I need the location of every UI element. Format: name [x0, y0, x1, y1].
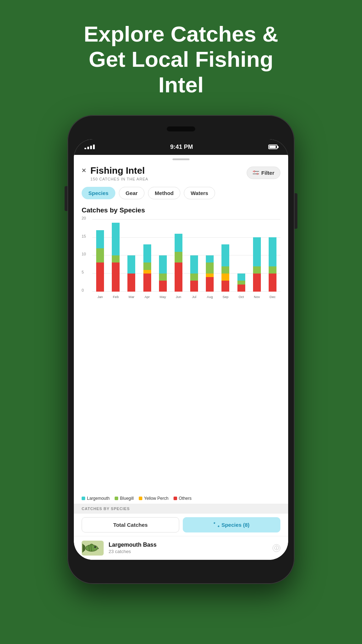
- signal-icon: [84, 145, 95, 149]
- total-catches-label: Total Catches: [113, 522, 148, 528]
- bar-segment-largemouth: [206, 255, 214, 263]
- legend-dot-others: [174, 497, 177, 500]
- bar-x-label: Apr: [144, 295, 150, 299]
- bar-group-jun: Jun: [171, 219, 186, 292]
- bar-x-label: Jun: [176, 295, 181, 299]
- tab-waters[interactable]: Waters: [184, 187, 215, 199]
- fish-image: [82, 541, 104, 556]
- signal-bar-4: [93, 145, 95, 149]
- header-title-block: Fishing Intel 150 CATCHES IN THE AREA: [90, 165, 148, 181]
- bars-area: JanFebMarAprMayJunJulAugSepOctNovDec: [92, 219, 280, 292]
- tab-species[interactable]: Species: [82, 187, 115, 199]
- svg-marker-8: [82, 543, 85, 553]
- signal-bar-3: [90, 146, 92, 149]
- close-button[interactable]: ×: [82, 165, 86, 175]
- bar-segment-others: [269, 274, 276, 292]
- total-catches-tab[interactable]: Total Catches: [82, 517, 179, 532]
- bar-segment-bluegill: [112, 255, 120, 263]
- legend-dot-bluegill: [115, 497, 118, 500]
- bar-x-label: Jan: [97, 295, 103, 299]
- bar-x-label: Jul: [192, 295, 196, 299]
- sort-icon: [214, 522, 219, 527]
- tab-method[interactable]: Method: [148, 187, 180, 199]
- legend-others: Others: [174, 496, 192, 501]
- bar-group-sep: Sep: [218, 219, 233, 292]
- bar-segment-bluegill: [175, 252, 182, 263]
- bar-segment-bluegill: [237, 281, 245, 284]
- bar-segment-bluegill: [206, 263, 214, 274]
- bar-segment-largemouth: [96, 230, 104, 248]
- filter-button[interactable]: Filter: [247, 167, 280, 179]
- info-button[interactable]: ⓘ: [273, 544, 280, 552]
- app-content: × Fishing Intel 150 CATCHES IN THE AREA: [74, 155, 288, 560]
- bar-segment-others: [96, 263, 104, 292]
- bar-segment-bluegill: [253, 266, 261, 274]
- bar-segment-bluegill: [269, 266, 276, 274]
- app-header: × Fishing Intel 150 CATCHES IN THE AREA: [74, 160, 288, 185]
- legend-label-others: Others: [179, 496, 192, 501]
- bar-group-apr: Apr: [139, 219, 155, 292]
- bar-segment-bluegill: [221, 266, 229, 274]
- bar-group-oct: Oct: [234, 219, 249, 292]
- catches-subtitle: 150 CATCHES IN THE AREA: [90, 177, 148, 181]
- phone-shell: 9:41 PM × Fishing Intel 150 CATCH: [67, 115, 295, 584]
- bar-segment-largemouth: [159, 255, 167, 274]
- chart-legend: Largemouth Bluegill Yellow Perch Others: [74, 492, 288, 504]
- bar-group-feb: Feb: [108, 219, 124, 292]
- bar-segment-largemouth: [237, 274, 245, 281]
- legend-dot-yellow-perch: [139, 497, 142, 500]
- bar-x-label: Dec: [270, 295, 276, 299]
- fish-name: Largemouth Bass: [109, 542, 268, 548]
- filter-icon: [253, 170, 259, 175]
- status-right: [268, 145, 278, 149]
- bar-group-dec: Dec: [265, 219, 280, 292]
- bar-x-label: Oct: [238, 295, 244, 299]
- bar-segment-bluegill: [159, 274, 167, 281]
- phone-earpiece: [167, 126, 195, 131]
- chart-title: Catches by Species: [82, 206, 280, 214]
- bar-segment-others: [127, 274, 135, 292]
- phone-screen: 9:41 PM × Fishing Intel 150 CATCH: [74, 139, 288, 560]
- bar-segment-others: [190, 281, 198, 292]
- bar-x-label: Aug: [207, 295, 213, 299]
- bar-segment-largemouth: [175, 234, 182, 252]
- tab-gear[interactable]: Gear: [119, 187, 144, 199]
- bar-segment-others: [143, 274, 151, 292]
- signal-bar-1: [84, 148, 86, 149]
- bar-segment-largemouth: [269, 237, 276, 266]
- bar-segment-bluegill: [143, 263, 151, 270]
- bar-group-mar: Mar: [124, 219, 139, 292]
- bar-segment-bluegill: [96, 248, 104, 263]
- header-left: × Fishing Intel 150 CATCHES IN THE AREA: [82, 165, 148, 181]
- bar-segment-others: [159, 281, 167, 292]
- bar-x-label: Mar: [128, 295, 134, 299]
- bar-group-aug: Aug: [202, 219, 218, 292]
- bar-group-jan: Jan: [92, 219, 108, 292]
- fish-catches-count: 23 catches: [109, 549, 268, 554]
- legend-dot-largemouth: [82, 497, 85, 500]
- svg-point-3: [257, 173, 258, 175]
- bar-segment-yellow_perch: [143, 270, 151, 274]
- hero-text: Explore Catches & Get Local Fishing Inte…: [55, 0, 307, 112]
- bar-x-label: Sep: [223, 295, 229, 299]
- status-bar: 9:41 PM: [74, 139, 288, 155]
- bar-segment-largemouth: [221, 244, 229, 266]
- bar-segment-others: [112, 263, 120, 292]
- legend-largemouth: Largemouth: [82, 496, 110, 501]
- bar-segment-others: [253, 274, 261, 292]
- filter-label: Filter: [261, 170, 274, 176]
- bottom-tabs: Total Catches Species (8): [74, 514, 288, 536]
- status-time: 9:41 PM: [170, 144, 193, 151]
- bar-group-may: May: [155, 219, 171, 292]
- bar-segment-largemouth: [143, 244, 151, 263]
- page-title: Fishing Intel: [90, 165, 148, 176]
- species-tab[interactable]: Species (8): [183, 517, 280, 532]
- bar-segment-yellow_perch: [221, 274, 229, 281]
- bar-x-label: Nov: [254, 295, 260, 299]
- bar-segment-largemouth: [190, 255, 198, 274]
- fish-info: Largemouth Bass 23 catches: [109, 542, 268, 554]
- bar-group-nov: Nov: [249, 219, 265, 292]
- legend-label-yellow-perch: Yellow Perch: [144, 496, 169, 501]
- bar-segment-largemouth: [112, 223, 120, 255]
- legend-bluegill: Bluegill: [115, 496, 134, 501]
